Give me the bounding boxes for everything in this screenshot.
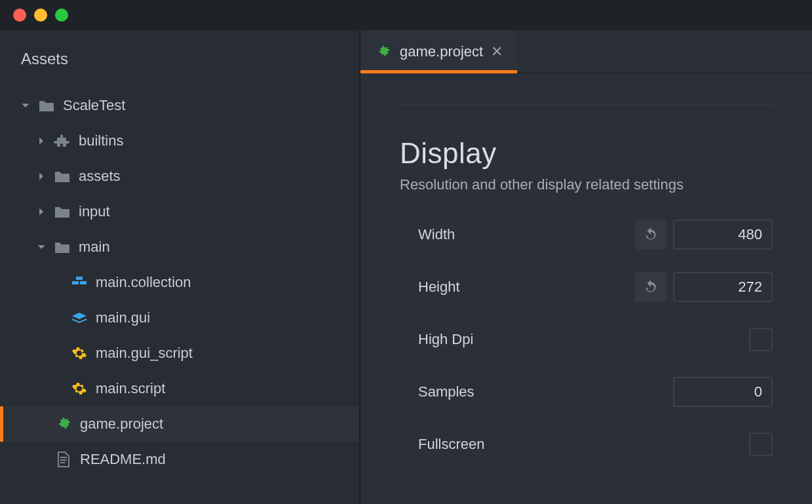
high-dpi-checkbox[interactable]: [749, 328, 773, 351]
close-icon[interactable]: ✕: [491, 45, 503, 59]
tree-item-label: main.gui: [96, 309, 150, 326]
svg-rect-2: [80, 281, 87, 284]
properties-editor: Display Resolution and other display rel…: [360, 73, 812, 504]
window-minimize-button[interactable]: [34, 9, 47, 22]
field-fullscreen: Fullscreen: [400, 427, 773, 462]
field-high-dpi: High Dpi: [400, 322, 773, 357]
tree-item-main-gui-script[interactable]: main.gui_script: [0, 336, 359, 371]
undo-icon: [642, 226, 659, 243]
assets-panel-title: Assets: [0, 50, 359, 88]
gear-icon: [71, 345, 88, 362]
tree-item-label: assets: [79, 168, 121, 185]
field-label: Height: [418, 279, 635, 296]
tree-item-main-script[interactable]: main.script: [0, 371, 359, 406]
width-input[interactable]: [673, 220, 773, 250]
chevron-down-icon[interactable]: [37, 242, 46, 252]
tree-item-label: input: [79, 203, 110, 220]
chevron-right-icon[interactable]: [37, 172, 46, 181]
tree-item-input[interactable]: input: [0, 194, 359, 229]
field-height: Height: [400, 269, 773, 305]
tree-item-label: builtins: [79, 132, 123, 149]
file-icon: [55, 451, 72, 468]
tree-item-main[interactable]: main: [0, 229, 359, 265]
gui-icon: [71, 309, 88, 326]
tree-item-main-gui[interactable]: main.gui: [0, 300, 359, 336]
tree-item-scaletest[interactable]: ScaleTest: [0, 88, 359, 123]
fullscreen-checkbox[interactable]: [749, 433, 773, 456]
field-width: Width: [400, 217, 773, 252]
tree-item-assets[interactable]: assets: [0, 159, 359, 194]
folder-icon: [54, 239, 71, 256]
section-subtitle: Resolution and other display related set…: [400, 176, 773, 193]
tab-game-project[interactable]: game.project ✕: [360, 30, 517, 73]
field-label: Fullscreen: [418, 436, 635, 453]
tree-item-label: main: [79, 239, 110, 256]
svg-rect-1: [72, 281, 79, 284]
editor-area: game.project ✕ Display Resolution and ot…: [360, 30, 812, 504]
chevron-right-icon[interactable]: [37, 136, 46, 145]
reset-button[interactable]: [635, 272, 667, 302]
tree-item-label: main.script: [96, 380, 165, 397]
gear-icon: [71, 380, 88, 397]
tree-item-main-collection[interactable]: main.collection: [0, 265, 359, 300]
height-input[interactable]: [673, 272, 773, 302]
window-maximize-button[interactable]: [55, 9, 68, 22]
folder-icon: [54, 168, 71, 185]
collection-icon: [71, 274, 88, 291]
field-label: Width: [418, 226, 635, 243]
tree-item-label: main.gui_script: [96, 345, 193, 362]
folder-icon: [54, 203, 71, 220]
chevron-right-icon[interactable]: [37, 207, 46, 216]
reset-button[interactable]: [635, 220, 667, 250]
project-icon: [55, 416, 72, 433]
field-samples: Samples: [400, 374, 773, 410]
tree-item-label: main.collection: [96, 274, 191, 291]
tab-bar: game.project ✕: [360, 30, 812, 73]
tab-label: game.project: [400, 43, 483, 60]
window-titlebar: [0, 0, 812, 30]
tree-item-game-project[interactable]: game.project: [0, 406, 359, 442]
section-title: Display: [400, 137, 773, 170]
field-label: High Dpi: [418, 331, 635, 348]
tree-item-readme[interactable]: README.md: [0, 442, 359, 477]
puzzle-icon: [54, 132, 71, 149]
chevron-down-icon[interactable]: [21, 101, 30, 110]
assets-panel: Assets ScaleTest builtins: [0, 30, 360, 504]
samples-input[interactable]: [673, 377, 773, 407]
tree-item-label: README.md: [80, 451, 166, 468]
undo-icon: [642, 279, 659, 296]
project-icon: [375, 43, 392, 60]
field-label: Samples: [418, 383, 635, 400]
svg-rect-0: [76, 277, 83, 280]
folder-icon: [38, 97, 55, 114]
tree-item-label: game.project: [80, 416, 163, 433]
tree-item-builtins[interactable]: builtins: [0, 123, 359, 159]
tree-item-label: ScaleTest: [63, 97, 125, 114]
window-close-button[interactable]: [13, 9, 26, 22]
assets-tree: ScaleTest builtins assets: [0, 88, 359, 477]
